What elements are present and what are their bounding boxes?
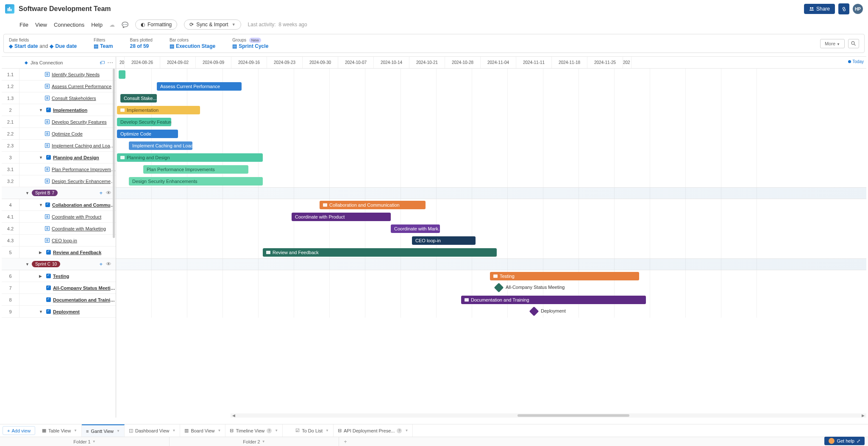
task-name-link[interactable]: CEO loop-in (52, 238, 77, 243)
milestone-diamond[interactable] (494, 283, 504, 293)
task-name-link[interactable]: Identify Security Needs (52, 72, 100, 77)
task-name-link[interactable]: Optimize Code (52, 131, 83, 136)
folder-icon (120, 108, 125, 112)
gantt-bar[interactable]: Coordinate with Product (292, 213, 391, 221)
timeline-date-column: 2024-08-26 (125, 57, 160, 68)
timeline-row: Planning and Design (116, 152, 866, 163)
chevron-down-icon: ▼ (232, 22, 236, 27)
task-name-link[interactable]: Coordinate with Marketing (52, 226, 106, 231)
gantt-bar[interactable]: Implement Caching and Load ... (129, 141, 192, 150)
gantt-bar[interactable]: CEO loop-in (412, 236, 476, 245)
gantt-bar[interactable]: Coordinate with Mark... (391, 224, 440, 233)
gantt-bar[interactable]: Consult Stake... (120, 94, 157, 102)
gantt-bar[interactable]: Design Security Enhancements (129, 177, 263, 186)
timeline-date-column: 2024-09-16 (231, 57, 267, 68)
expand-icon[interactable]: ▶ (39, 250, 44, 255)
gantt-bar[interactable] (119, 70, 125, 79)
bar-label: Review and Feedback (273, 250, 319, 255)
chevron-down-icon[interactable]: ▼ (25, 191, 29, 195)
gantt-bar[interactable]: Collaboration and Communication (320, 201, 426, 209)
gantt-bar[interactable]: Documentation and Training (461, 296, 646, 304)
task-name-link[interactable]: Collaboration and Communication (52, 202, 116, 208)
task-name-link[interactable]: Consult Stakeholders (52, 96, 96, 101)
milestone-diamond[interactable] (529, 307, 539, 316)
share-button[interactable]: Share (804, 4, 835, 14)
link-button[interactable] (838, 3, 849, 14)
checkbox-icon (46, 274, 51, 278)
gantt-bar[interactable]: Develop Security Features (117, 118, 171, 126)
expand-icon[interactable]: ▼ (39, 108, 44, 112)
sync-import-button[interactable]: ⟳ Sync & Import ▼ (184, 19, 241, 30)
task-name-link[interactable]: Implement Caching and Load B... (52, 143, 116, 148)
timeline-row: Implement Caching and Load ... (116, 140, 866, 152)
bar-colors-value[interactable]: ▤ Execution Stage (170, 43, 215, 49)
timeline-row: Review and Feedback (116, 247, 866, 258)
timeline-row: Coordinate with Mark... (116, 223, 866, 235)
visibility-icon[interactable]: 👁 (106, 261, 111, 267)
gantt-bar[interactable]: Implementation (117, 106, 200, 114)
add-icon[interactable]: + (99, 190, 103, 196)
date-fields-value[interactable]: ◆ Start date and ◆ Due date (9, 43, 77, 49)
app-logo[interactable] (5, 4, 14, 14)
gantt-bar[interactable]: Assess Current Performance (157, 82, 242, 91)
formatting-button[interactable]: ◐ Formatting (135, 19, 177, 30)
task-name-link[interactable]: Assess Current Performance (52, 84, 111, 89)
filters-value[interactable]: ▤ Team (94, 43, 113, 49)
vertical-scrollbar[interactable] (113, 69, 115, 238)
folder-icon (323, 203, 327, 207)
gantt-bar[interactable]: Testing (490, 272, 639, 280)
task-name-link[interactable]: Develop Security Features (52, 119, 107, 125)
task-name-link[interactable]: Deployment (53, 309, 80, 314)
chevron-down-icon[interactable]: ▼ (25, 262, 29, 266)
task-row: 1.3Consult Stakeholders (2, 92, 116, 104)
scroll-right-icon[interactable]: ▶ (860, 413, 866, 418)
task-name-link[interactable]: Implementation (53, 108, 87, 113)
expand-icon[interactable]: ▼ (39, 203, 43, 207)
cloud-icon[interactable]: ☁ (109, 22, 115, 28)
timeline-row: All-Company Status Meeting (116, 282, 866, 294)
task-name-link[interactable]: Documentation and Training (53, 297, 116, 302)
task-name-link[interactable]: Testing (53, 274, 69, 279)
more-button[interactable]: More ▼ (820, 39, 845, 48)
gantt-bar[interactable]: Planning and Design (117, 153, 263, 162)
comment-icon[interactable]: 💬 (122, 22, 128, 28)
row-number: 3 (2, 152, 19, 163)
task-name-link[interactable]: Planning and Design (53, 155, 99, 160)
groups-value[interactable]: ▤ Sprint Cycle (232, 43, 268, 49)
task-name-link[interactable]: Coordinate with Product (52, 214, 101, 219)
task-name-link[interactable]: Plan Performance Improvements (52, 167, 116, 172)
sprint-c-group[interactable]: ▼ Sprint C10 + 👁 (2, 258, 116, 270)
timeline-date-column: 2024-09-09 (196, 57, 231, 68)
left-header: ◆ Jira Connection 🏷 ⋯ (2, 57, 116, 69)
horizontal-scrollbar[interactable]: ◀ ▶ (231, 413, 866, 418)
expand-icon[interactable]: ▶ (39, 274, 44, 278)
task-name-link[interactable]: Review and Feedback (53, 250, 101, 255)
search-button[interactable] (848, 39, 859, 48)
task-name-link[interactable]: Design Security Enhancements (52, 179, 116, 184)
sprint-b-group[interactable]: ▼ Sprint B7 + 👁 (2, 187, 116, 199)
gantt-bar[interactable]: Optimize Code (117, 130, 178, 138)
row-number: 6 (2, 270, 19, 282)
scroll-left-icon[interactable]: ◀ (231, 413, 237, 418)
task-name-link[interactable]: All-Company Status Meeting (53, 285, 116, 291)
tag-icon[interactable]: 🏷 (100, 60, 105, 66)
add-icon[interactable]: + (99, 261, 103, 267)
today-marker[interactable]: Today (848, 59, 864, 64)
page-icon (45, 167, 50, 172)
timeline-date-column: 2024-09-30 (303, 57, 338, 68)
bar-label: Coordinate with Mark... (394, 226, 440, 231)
menu-file[interactable]: File (19, 22, 28, 28)
bars-plotted-value[interactable]: 28 of 59 (130, 43, 153, 49)
gantt-bar[interactable]: Review and Feedback (263, 248, 497, 257)
menu-connections[interactable]: Connections (54, 22, 84, 28)
expand-icon[interactable]: ▼ (39, 310, 44, 314)
menu-help[interactable]: Help (91, 22, 103, 28)
expand-icon[interactable]: ▼ (39, 155, 44, 160)
sprint-b-pill: Sprint B7 (32, 190, 58, 196)
more-icon[interactable]: ⋯ (107, 59, 113, 66)
visibility-icon[interactable]: 👁 (106, 190, 111, 196)
gantt-bar[interactable]: Plan Performance Improvements (143, 165, 248, 174)
user-avatar[interactable]: HP (853, 4, 863, 14)
groups-label: Groups New (232, 38, 268, 42)
menu-view[interactable]: View (35, 22, 47, 28)
